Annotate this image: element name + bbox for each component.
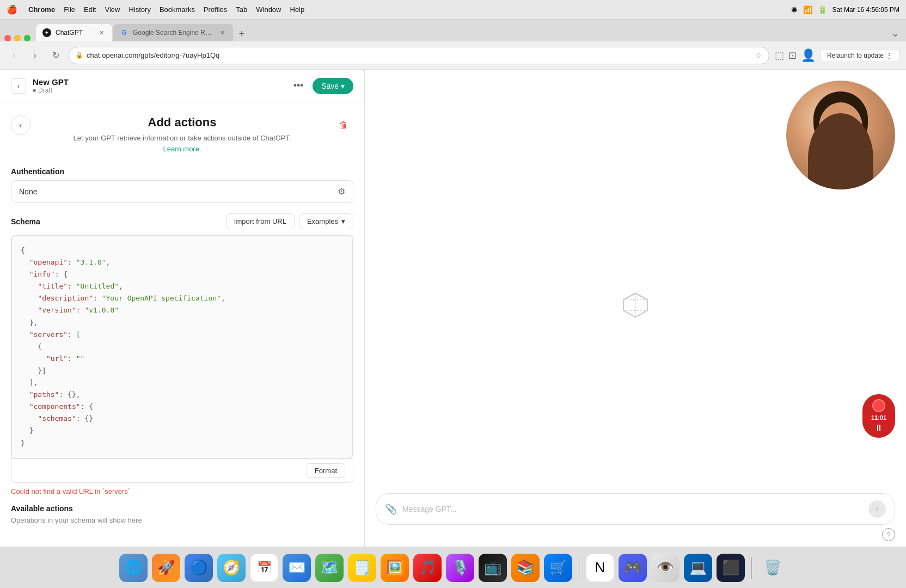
tab-chatgpt-close[interactable]: ✕ bbox=[97, 28, 106, 37]
dock-notes[interactable]: 🗒️ bbox=[348, 554, 376, 582]
menu-edit[interactable]: Edit bbox=[84, 5, 96, 14]
clock: Sat Mar 16 4:56:05 PM bbox=[832, 6, 899, 14]
dock-calendar[interactable]: 📅 bbox=[250, 554, 278, 582]
dock-books[interactable]: 📚 bbox=[511, 554, 540, 582]
dock-separator-2 bbox=[751, 557, 752, 579]
authentication-label: Authentication bbox=[11, 167, 353, 176]
gpt-editor-header: ‹ New GPT Draft ••• Save ▾ bbox=[0, 70, 364, 102]
more-options-button[interactable]: ••• bbox=[290, 77, 307, 95]
back-nav-btn[interactable]: ‹ bbox=[7, 48, 22, 63]
forward-nav-btn[interactable]: › bbox=[27, 48, 42, 63]
dock-mail[interactable]: ✉️ bbox=[283, 554, 311, 582]
menu-help[interactable]: Help bbox=[290, 5, 305, 14]
chat-input-area: 📎 Message GPT... ↑ bbox=[376, 493, 895, 525]
gear-icon[interactable]: ⚙ bbox=[338, 186, 345, 197]
dock-launchpad[interactable]: 🚀 bbox=[152, 554, 180, 582]
format-button[interactable]: Format bbox=[307, 463, 345, 478]
chat-send-button[interactable]: ↑ bbox=[868, 500, 886, 518]
menu-tab[interactable]: Tab bbox=[236, 5, 247, 14]
schema-error-message: Could not find a valid URL in `servers` bbox=[11, 487, 353, 495]
tab-chatgpt[interactable]: ✦ ChatGPT ✕ bbox=[36, 24, 112, 41]
reload-nav-btn[interactable]: ↻ bbox=[48, 48, 63, 63]
delete-button[interactable]: 🗑 bbox=[334, 115, 353, 135]
bookmark-star-icon[interactable]: ☆ bbox=[755, 51, 762, 60]
draft-indicator bbox=[33, 89, 36, 92]
recording-time: 11:01 bbox=[871, 414, 886, 421]
chat-input-placeholder[interactable]: Message GPT... bbox=[402, 505, 863, 513]
menu-bar-right: ✺ 📶 🔋 Sat Mar 16 4:56:05 PM bbox=[791, 5, 899, 14]
user-profile-icon[interactable]: 👤 bbox=[801, 48, 816, 63]
dock-iterm[interactable]: ⬛ bbox=[717, 554, 745, 582]
menu-bookmarks[interactable]: Bookmarks bbox=[160, 5, 195, 14]
url-bar[interactable]: 🔒 chat.openai.com/gpts/editor/g-7uayHp1Q… bbox=[69, 47, 769, 64]
menu-file[interactable]: File bbox=[64, 5, 75, 14]
dock-maps[interactable]: 🗺️ bbox=[315, 554, 344, 582]
recording-dot bbox=[872, 399, 885, 412]
schema-editor[interactable]: { "openapi": "3.1.0", "info": { "title":… bbox=[11, 235, 353, 458]
dock: 🌐 🚀 🔵 🧭 📅 ✉️ 🗺️ 🗒️ 🖼️ 🎵 🎙️ bbox=[0, 547, 906, 588]
authentication-value: None bbox=[19, 187, 338, 196]
recording-widget[interactable]: 11:01 ⏸ bbox=[862, 394, 895, 438]
schema-label: Schema bbox=[11, 217, 40, 226]
tab-google[interactable]: G Google Search Engine Resul... ✕ bbox=[113, 24, 233, 41]
split-view-icon[interactable]: ⊡ bbox=[788, 50, 797, 62]
menu-view[interactable]: View bbox=[105, 5, 120, 14]
schema-actions: Import from URL Examples ▾ bbox=[226, 213, 353, 229]
dock-notion[interactable]: N bbox=[586, 554, 614, 582]
tab-google-close[interactable]: ✕ bbox=[218, 28, 226, 37]
close-window-btn[interactable] bbox=[4, 35, 11, 41]
add-actions-title-block: Add actions Let your GPT retrieve inform… bbox=[30, 115, 334, 154]
left-panel: ‹ New GPT Draft ••• Save ▾ ‹ bbox=[0, 70, 365, 547]
new-tab-button[interactable]: + bbox=[234, 26, 249, 41]
learn-more-link[interactable]: Learn more. bbox=[163, 145, 201, 153]
save-button[interactable]: Save ▾ bbox=[313, 78, 353, 94]
dock-chrome[interactable]: 🔵 bbox=[185, 554, 213, 582]
gpt-name: New GPT bbox=[33, 77, 69, 87]
system-icon-2: 📶 bbox=[803, 5, 812, 14]
pause-icon: ⏸ bbox=[874, 423, 883, 433]
apple-menu[interactable]: 🍎 bbox=[7, 4, 17, 15]
dock-preview[interactable]: 👁️ bbox=[651, 554, 680, 582]
schema-header: Schema Import from URL Examples ▾ bbox=[11, 213, 353, 229]
tab-google-favicon: G bbox=[120, 28, 128, 37]
import-from-url-button[interactable]: Import from URL bbox=[226, 213, 295, 229]
gpt-back-button[interactable]: ‹ bbox=[11, 78, 26, 94]
system-icon-1: ✺ bbox=[791, 5, 798, 14]
dock-vscode[interactable]: 💻 bbox=[684, 554, 712, 582]
available-actions-description: Operations in your schema will show here bbox=[11, 516, 353, 524]
center-box-icon bbox=[621, 291, 650, 326]
tab-dropdown-btn[interactable]: ⌄ bbox=[889, 25, 902, 41]
dock-podcasts[interactable]: 🎙️ bbox=[446, 554, 474, 582]
relaunch-button[interactable]: Relaunch to update ⋮ bbox=[820, 49, 899, 62]
add-actions-back-button[interactable]: ‹ bbox=[11, 115, 30, 135]
dock-appstore[interactable]: 🛒 bbox=[544, 554, 572, 582]
dock-music[interactable]: 🎵 bbox=[413, 554, 442, 582]
dock-discord[interactable]: 🎮 bbox=[619, 554, 647, 582]
dock-trash[interactable]: 🗑️ bbox=[758, 554, 787, 582]
url-text: chat.openai.com/gpts/editor/g-7uayHp1Qq bbox=[87, 51, 752, 59]
help-icon[interactable]: ? bbox=[882, 528, 895, 541]
minimize-window-btn[interactable] bbox=[14, 35, 21, 41]
address-bar-actions: ⬚ ⊡ 👤 Relaunch to update ⋮ bbox=[775, 48, 899, 63]
dock-finder[interactable]: 🌐 bbox=[119, 554, 148, 582]
authentication-selector[interactable]: None ⚙ bbox=[11, 180, 353, 203]
add-actions-header: ‹ Add actions Let your GPT retrieve info… bbox=[11, 115, 353, 154]
menu-chrome[interactable]: Chrome bbox=[28, 5, 55, 14]
extensions-icon[interactable]: ⬚ bbox=[775, 50, 784, 62]
maximize-window-btn[interactable] bbox=[24, 35, 30, 41]
attach-icon[interactable]: 📎 bbox=[385, 503, 397, 515]
dock-safari[interactable]: 🧭 bbox=[217, 554, 246, 582]
menu-history[interactable]: History bbox=[128, 5, 150, 14]
dock-tv[interactable]: 📺 bbox=[479, 554, 507, 582]
dock-photos[interactable]: 🖼️ bbox=[381, 554, 409, 582]
tab-google-label: Google Search Engine Resul... bbox=[133, 29, 213, 36]
schema-editor-footer: Format bbox=[11, 459, 353, 483]
video-overlay bbox=[786, 81, 895, 189]
add-actions-description: Let your GPT retrieve information or tak… bbox=[30, 133, 334, 154]
chevron-down-icon: ▾ bbox=[341, 217, 345, 225]
examples-button[interactable]: Examples ▾ bbox=[299, 213, 353, 229]
menu-profiles[interactable]: Profiles bbox=[204, 5, 227, 14]
page-content: ‹ New GPT Draft ••• Save ▾ ‹ bbox=[0, 70, 906, 547]
menu-window[interactable]: Window bbox=[256, 5, 281, 14]
menu-bar: 🍎 Chrome File Edit View History Bookmark… bbox=[0, 0, 906, 20]
